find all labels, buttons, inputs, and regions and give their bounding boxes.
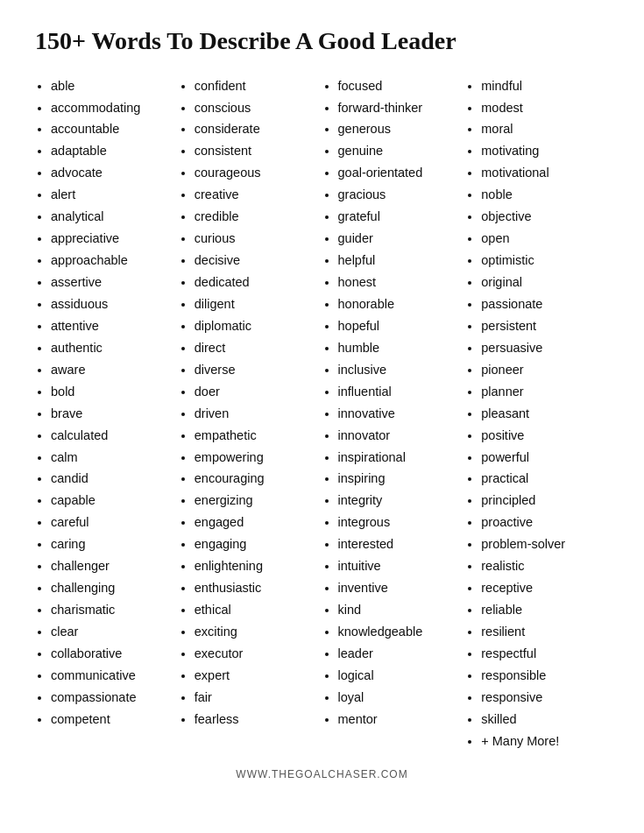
list-item: responsive <box>481 687 600 709</box>
list-item: communicative <box>51 665 170 687</box>
list-item: resilient <box>481 621 600 643</box>
list-item: positive <box>481 425 600 447</box>
list-item: brave <box>51 403 170 425</box>
list-item: principled <box>481 490 600 512</box>
list-item: executor <box>195 643 314 665</box>
list-item: creative <box>195 184 314 206</box>
footer-url: WWW.THEGOALCHASER.COM <box>35 768 609 780</box>
list-item: assiduous <box>51 293 170 315</box>
list-item: inclusive <box>338 359 457 381</box>
list-item: integrity <box>338 490 457 512</box>
list-item: confident <box>195 75 314 97</box>
list-item: accommodating <box>51 97 170 119</box>
list-item: mentor <box>338 709 457 731</box>
list-item: passionate <box>481 293 600 315</box>
list-item: open <box>481 228 600 250</box>
list-item: capable <box>51 490 170 512</box>
list-item: clear <box>51 621 170 643</box>
list-item: appreciative <box>51 228 170 250</box>
list-item: honest <box>338 272 457 293</box>
list-item: noble <box>481 184 600 206</box>
list-item: practical <box>481 468 600 490</box>
list-item: responsible <box>481 665 600 687</box>
list-item: accountable <box>51 118 170 140</box>
list-item: driven <box>195 403 314 425</box>
list-item: able <box>51 75 170 97</box>
list-item: encouraging <box>195 468 314 490</box>
list-item: skilled <box>481 709 600 731</box>
list-item: focused <box>338 75 457 97</box>
list-item: authentic <box>51 337 170 359</box>
list-item: goal-orientated <box>338 162 457 184</box>
list-item: persuasive <box>481 337 600 359</box>
list-item: challenger <box>51 555 170 577</box>
list-item: hopeful <box>338 315 457 337</box>
list-item: direct <box>195 337 314 359</box>
list-item: decisive <box>195 250 314 272</box>
list-item: diverse <box>195 359 314 381</box>
list-item: calm <box>51 447 170 469</box>
list-item: expert <box>195 665 314 687</box>
list-item: attentive <box>51 315 170 337</box>
list-item: analytical <box>51 206 170 228</box>
list-item: fearless <box>195 709 314 731</box>
list-item: candid <box>51 468 170 490</box>
list-item: respectful <box>481 643 600 665</box>
list-item: energizing <box>195 490 314 512</box>
list-item: exciting <box>195 621 314 643</box>
list-item: diplomatic <box>195 315 314 337</box>
list-item: guider <box>338 228 457 250</box>
list-item: courageous <box>195 162 314 184</box>
page-title: 150+ Words To Describe A Good Leader <box>35 26 609 56</box>
list-item: doer <box>195 381 314 403</box>
list-item: enthusiastic <box>195 577 314 599</box>
list-item: aware <box>51 359 170 381</box>
list-item: generous <box>338 118 457 140</box>
list-item: objective <box>481 206 600 228</box>
extra-label: + Many More! <box>481 731 600 752</box>
list-item: realistic <box>481 555 600 577</box>
column-2: confidentconsciousconsiderateconsistentc… <box>179 75 322 752</box>
list-item: mindful <box>481 75 600 97</box>
list-item: consistent <box>195 140 314 162</box>
list-item: gracious <box>338 184 457 206</box>
list-item: powerful <box>481 447 600 469</box>
list-item: dedicated <box>195 272 314 293</box>
list-item: charismatic <box>51 599 170 621</box>
list-item: engaging <box>195 533 314 555</box>
list-item: innovator <box>338 425 457 447</box>
list-item: credible <box>195 206 314 228</box>
list-item: diligent <box>195 293 314 315</box>
list-item: influential <box>338 381 457 403</box>
list-item: optimistic <box>481 250 600 272</box>
list-item: helpful <box>338 250 457 272</box>
column-4: mindfulmodestmoralmotivatingmotivational… <box>465 75 609 752</box>
list-item: forward-thinker <box>338 97 457 119</box>
list-item: inventive <box>338 577 457 599</box>
list-item: considerate <box>195 118 314 140</box>
list-item: genuine <box>338 140 457 162</box>
list-item: knowledgeable <box>338 621 457 643</box>
list-item: persistent <box>481 315 600 337</box>
list-item: original <box>481 272 600 293</box>
list-item: fair <box>195 687 314 709</box>
list-item: inspiring <box>338 468 457 490</box>
list-item: competent <box>51 709 170 731</box>
list-item: kind <box>338 599 457 621</box>
list-item: motivational <box>481 162 600 184</box>
list-item: planner <box>481 381 600 403</box>
column-1: ableaccommodatingaccountableadaptableadv… <box>35 75 179 752</box>
list-item: adaptable <box>51 140 170 162</box>
list-item: problem-solver <box>481 533 600 555</box>
list-item: approachable <box>51 250 170 272</box>
list-item: bold <box>51 381 170 403</box>
list-item: grateful <box>338 206 457 228</box>
list-item: compassionate <box>51 687 170 709</box>
list-item: proactive <box>481 512 600 533</box>
list-item: advocate <box>51 162 170 184</box>
list-item: enlightening <box>195 555 314 577</box>
list-item: motivating <box>481 140 600 162</box>
list-item: calculated <box>51 425 170 447</box>
list-item: intuitive <box>338 555 457 577</box>
list-item: honorable <box>338 293 457 315</box>
